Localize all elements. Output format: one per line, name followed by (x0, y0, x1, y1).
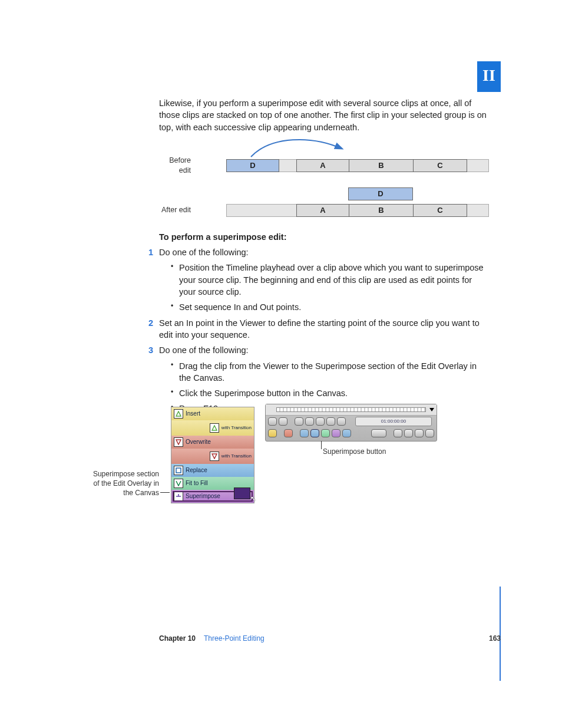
clip-c-after: C (413, 204, 467, 217)
canvas-caption: Superimpose button (323, 447, 386, 457)
overlay-replace[interactable]: Replace (171, 464, 254, 477)
add-marker-button[interactable] (415, 429, 424, 437)
arrow-icon (247, 133, 365, 159)
callout-line-icon (321, 441, 322, 449)
clip-c: C (413, 159, 467, 172)
step-number: 1 (148, 246, 153, 258)
replace-button[interactable] (300, 429, 309, 437)
overlay-insert[interactable]: Insert (171, 407, 254, 420)
play-in-out-button[interactable] (305, 417, 314, 426)
overlay-superimpose-label: Superimpose (186, 492, 220, 500)
step-text: Set an In point in the Viewer to define … (159, 318, 480, 340)
clip-a-after: A (296, 204, 349, 217)
step-2: 2 Set an In point in the Viewer to defin… (159, 317, 489, 341)
overlay-fit-to-fill-label: Fit to Fill (186, 479, 208, 487)
clip-b: B (349, 159, 414, 172)
replace-icon (174, 466, 183, 475)
timecode-display[interactable]: 01:00:00:00 (355, 417, 432, 426)
page: II Likewise, if you perform a superimpos… (0, 0, 562, 728)
next-edit-button[interactable] (337, 417, 346, 426)
with-transition-label: with Transition (222, 454, 252, 459)
figure-row: Superimpose section of the Edit Overlay … (88, 407, 497, 513)
after-track-lower: A B C (226, 204, 489, 217)
overlay-overwrite-transition[interactable]: with Transition (171, 449, 254, 464)
overwrite-button[interactable] (284, 429, 293, 437)
bullet: Click the Superimpose button in the Canv… (171, 387, 489, 399)
step-text: Do one of the following: (159, 345, 249, 355)
scrubber[interactable] (276, 407, 426, 412)
overwrite-icon (174, 437, 183, 447)
step-list: 1 Do one of the following: Position the … (159, 246, 489, 415)
chapter-label: Chapter 10 (159, 634, 196, 644)
after-track-upper: D (226, 188, 489, 201)
svg-rect-0 (176, 468, 181, 473)
chapter-title: Three-Point Editing (204, 634, 265, 644)
after-edit-label: After edit (159, 205, 191, 216)
step-number: 2 (148, 317, 153, 329)
canvas-transport-row: 01:00:00:00 (266, 416, 437, 427)
callout-line-icon (160, 492, 170, 493)
step-1-bullets: Position the Timeline playhead over a cl… (171, 262, 489, 313)
play-around-button[interactable] (326, 417, 335, 426)
with-transition-label: with Transition (222, 426, 252, 430)
fit-to-fill-icon (174, 479, 183, 488)
canvas-scrubber-row (266, 404, 437, 416)
overwrite-transition-icon (210, 452, 219, 461)
bullet: Position the Timeline playhead over a cl… (171, 262, 489, 298)
edit-button[interactable] (342, 429, 351, 437)
main-content: Likewise, if you perform a superimpose e… (159, 97, 489, 419)
fit-to-fill-button[interactable] (321, 429, 330, 437)
insert-icon (174, 409, 183, 419)
step-number: 3 (148, 344, 153, 356)
bullet: Set sequence In and Out points. (171, 301, 489, 313)
superimpose-diagram: Before edit D A B C D (159, 156, 489, 217)
bullet: Drag the clip from the Viewer to the Sup… (171, 360, 489, 384)
overlay-overwrite[interactable]: Overwrite (171, 436, 254, 449)
cursor-icon: ↖ (250, 494, 256, 504)
playhead-icon (429, 408, 434, 411)
step-1: 1 Do one of the following: Position the … (159, 246, 489, 313)
overlay-insert-label: Insert (186, 410, 200, 418)
before-track: D A B C (226, 159, 489, 172)
drag-thumbnail (234, 487, 250, 499)
clip-d: D (226, 159, 279, 172)
mark-clip-button[interactable] (394, 429, 402, 437)
overlay-replace-label: Replace (186, 466, 207, 475)
superimpose-icon (174, 492, 183, 501)
add-keyframe-button[interactable] (404, 429, 413, 437)
page-number: 163 (489, 634, 501, 644)
before-edit-label: Before edit (159, 156, 191, 176)
part-tab: II (477, 61, 501, 92)
mark-split-button[interactable] (425, 429, 434, 437)
replace-menu-button[interactable] (310, 429, 319, 437)
step-text: Do one of the following: (159, 248, 249, 257)
overlay-overwrite-label: Overwrite (186, 438, 211, 446)
insert-transition-icon (210, 423, 219, 433)
clip-d-after: D (348, 187, 413, 200)
play-button[interactable] (316, 417, 325, 426)
canvas-controls: 01:00:00:00 (265, 404, 437, 442)
prev-edit-button[interactable] (295, 417, 303, 426)
insert-button[interactable] (268, 429, 277, 437)
clip-b-after: B (349, 204, 414, 217)
clip-a: A (296, 159, 349, 172)
mark-in-button[interactable] (268, 417, 277, 426)
overlay-caption: Superimpose section of the Edit Overlay … (88, 469, 159, 498)
overlay-insert-transition[interactable]: with Transition (171, 420, 254, 436)
match-frame-button[interactable] (371, 429, 386, 437)
intro-paragraph: Likewise, if you perform a superimpose e… (159, 97, 489, 133)
mark-out-button[interactable] (279, 417, 287, 426)
task-heading: To perform a superimpose edit: (159, 231, 489, 243)
edit-overlay: Insert with Transition Overwrite (171, 407, 254, 503)
superimpose-button[interactable] (332, 429, 340, 437)
overlay-superimpose[interactable]: Superimpose ↖ (171, 490, 254, 503)
canvas-edit-row (266, 427, 437, 439)
page-footer: Chapter 10 Three-Point Editing 163 (159, 634, 501, 644)
